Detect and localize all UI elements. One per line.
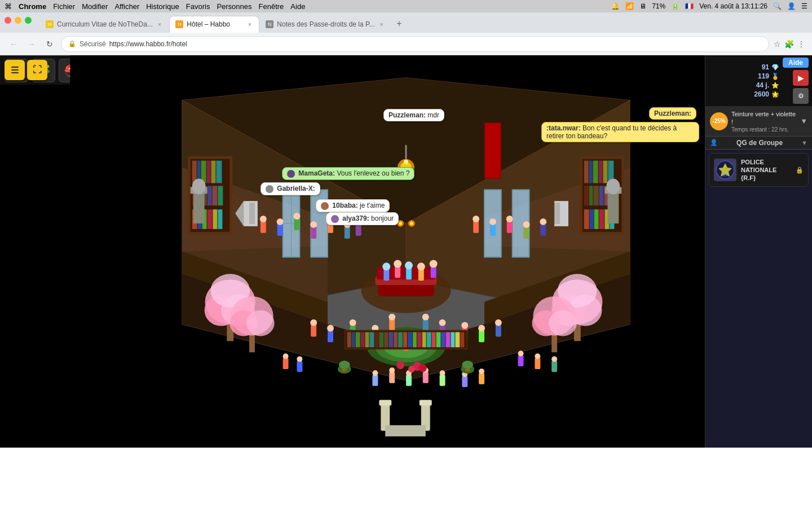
promo-info: Teinture verte + violette ! Temps restan… (731, 110, 797, 133)
close-button[interactable] (5, 17, 11, 24)
svg-point-135 (430, 260, 438, 268)
menu-grey-button[interactable]: ⚙ (793, 88, 809, 104)
svg-rect-208 (352, 332, 355, 347)
settings-red-button[interactable]: ▶ (793, 70, 809, 86)
svg-point-74 (549, 310, 577, 336)
action-buttons: Aide ▶ ⚙ (783, 58, 809, 104)
group-chevron-icon[interactable]: ▼ (801, 139, 807, 146)
tab-cv[interactable]: H Curriculum Vitae de NoTheDa... × (39, 16, 169, 33)
svg-rect-41 (584, 186, 589, 205)
tab-notes[interactable]: N Notes des Passe-droits de la P... × (259, 16, 391, 33)
svg-rect-152 (479, 330, 484, 343)
forward-button[interactable]: → (25, 37, 38, 51)
menu-fichier[interactable]: Fichier (53, 2, 75, 11)
svg-point-103 (260, 216, 267, 222)
svg-rect-144 (389, 319, 395, 331)
stat-days: 44 j. ⭐ (709, 81, 779, 89)
apple-menu[interactable]: ⌘ (5, 2, 12, 11)
promo-banner: -25% Teinture verte + violette ! Temps r… (705, 107, 812, 137)
svg-rect-77 (249, 203, 255, 224)
chat-username: Puzzleman: (654, 110, 691, 117)
group-card[interactable]: RF POLICE NATIONALE {R.F} 🔒 (709, 153, 809, 187)
svg-rect-124 (540, 224, 546, 236)
wifi-icon: 📶 (625, 2, 634, 10)
group-person-icon: 👤 (710, 139, 718, 146)
svg-rect-32 (218, 209, 222, 229)
menu-extra[interactable]: ☰ (801, 2, 807, 10)
menu-fenetre[interactable]: Fenêtre (259, 2, 284, 11)
svg-point-65 (246, 310, 275, 336)
chat-message: mdr (427, 111, 439, 119)
reload-button[interactable]: ↻ (43, 37, 56, 51)
bookmark-icon[interactable]: ☆ (774, 40, 781, 49)
svg-rect-120 (507, 221, 513, 233)
more-options-icon[interactable]: ⋮ (797, 40, 805, 49)
back-button[interactable]: ← (7, 37, 20, 51)
svg-rect-160 (406, 375, 412, 386)
svg-rect-108 (311, 226, 316, 239)
menu-afficher[interactable]: Afficher (114, 2, 139, 11)
duckets-icon: 🏅 (771, 73, 779, 80)
svg-point-117 (473, 216, 479, 222)
svg-point-121 (506, 216, 513, 222)
minimize-button[interactable] (15, 17, 21, 24)
promo-title: Teinture verte + violette ! (731, 110, 797, 126)
chat-bubble-tata: :tata.nwar: Bon c'est quand tu te décide… (541, 122, 699, 142)
svg-rect-228 (445, 332, 450, 347)
tab-hotel-title: Hôtel – Habbo (187, 20, 243, 28)
svg-point-107 (293, 213, 300, 220)
svg-rect-216 (389, 332, 393, 347)
svg-rect-180 (518, 355, 524, 366)
svg-point-141 (350, 319, 356, 326)
svg-rect-118 (490, 224, 496, 236)
svg-rect-42 (589, 186, 593, 205)
app-name[interactable]: Chrome (19, 2, 46, 11)
tab-notes-close[interactable]: × (378, 20, 385, 28)
svg-point-183 (535, 353, 540, 359)
chat-bubble-10baba: 10baba: je t'aime (316, 199, 390, 212)
svg-rect-220 (408, 332, 412, 347)
svg-point-139 (327, 325, 334, 332)
new-tab-button[interactable]: + (391, 16, 407, 32)
user-avatar: 👤 (787, 2, 796, 10)
svg-rect-112 (345, 226, 350, 239)
svg-point-129 (394, 260, 401, 268)
tab-cv-close[interactable]: × (156, 20, 163, 28)
svg-rect-136 (311, 325, 316, 337)
menu-favoris[interactable]: Favoris (186, 2, 210, 11)
game-area[interactable]: ☰ ⛶ (0, 55, 812, 448)
svg-rect-102 (261, 221, 266, 233)
promo-dropdown-icon[interactable]: ▼ (800, 117, 807, 125)
chat-bubble-puzzleman-top: Puzzleman: (649, 107, 696, 120)
menu-aide[interactable]: Aide (290, 2, 305, 11)
tab-hotel[interactable]: H Hôtel – Habbo × (169, 16, 259, 33)
secure-label: Sécurisé (80, 40, 106, 48)
fullscreen-button[interactable]: ⛶ (27, 60, 47, 80)
menu-toggle-button[interactable]: ☰ (5, 60, 25, 80)
svg-point-179 (297, 356, 302, 362)
svg-rect-30 (208, 209, 213, 229)
maximize-button[interactable] (25, 17, 32, 24)
svg-rect-225 (432, 332, 436, 347)
tab-hotel-close[interactable]: × (246, 20, 253, 28)
aide-button[interactable]: Aide (783, 58, 809, 68)
search-icon[interactable]: 🔍 (773, 2, 782, 10)
svg-rect-18 (207, 161, 211, 183)
svg-point-123 (523, 221, 530, 228)
menu-personnes[interactable]: Personnes (217, 2, 251, 11)
promo-badge: -25% (710, 112, 728, 130)
coins-icon: 🌟 (771, 91, 779, 98)
chat-bubble-gabriella: Gabriella-X: (261, 182, 320, 195)
menu-modifier[interactable]: Modifier (82, 2, 108, 11)
menu-historique[interactable]: Historique (146, 2, 179, 11)
svg-rect-20 (216, 161, 222, 183)
url-bar[interactable]: 🔒 Sécurisé https://www.habbo.fr/hotel (61, 36, 769, 52)
extension-icon[interactable]: 🧩 (784, 40, 794, 49)
svg-point-172 (192, 178, 206, 194)
svg-point-137 (310, 319, 317, 326)
svg-rect-38 (599, 161, 603, 183)
tl-controls: ☰ ⛶ (5, 60, 47, 80)
gear-icon: ⚙ (798, 92, 804, 100)
svg-rect-223 (422, 332, 426, 347)
chat-bubble-mamageta: MamaGeta: Vous l'enlevez ou bien ? (282, 167, 414, 180)
